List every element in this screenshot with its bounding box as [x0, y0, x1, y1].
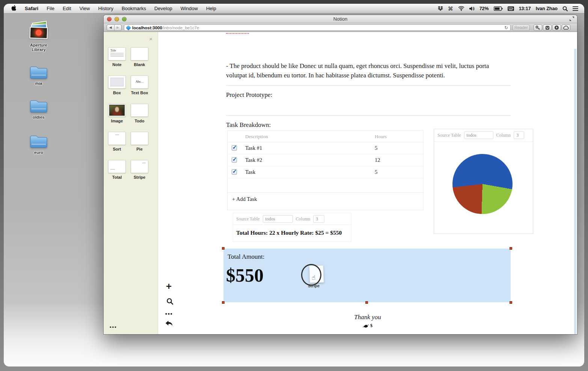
keyboard-shortcut-icon[interactable]: ⌘ [448, 6, 453, 12]
url-path: /intro/node_be1c7e [162, 26, 199, 30]
column-header-description: Description [245, 134, 268, 140]
block-card-box[interactable]: Box [108, 75, 126, 89]
task-table: Description Hours Task #1 5 Task #2 12 T… [227, 130, 424, 210]
source-table-input[interactable]: todos [263, 215, 293, 223]
notification-center-icon[interactable] [573, 6, 578, 11]
sidebar-more-icon[interactable]: ••• [110, 324, 117, 330]
key-extension-icon[interactable] [534, 24, 542, 31]
reader-button[interactable]: Reader [513, 24, 530, 31]
menu-help[interactable]: Help [202, 6, 220, 11]
selection-handle[interactable] [222, 301, 225, 304]
source-table-input[interactable]: todos [464, 131, 493, 139]
mona-lisa-thumbnail [109, 105, 125, 116]
window-title-bar[interactable]: Notion [104, 15, 577, 23]
desktop-icon-label: Aperture Library [26, 43, 52, 52]
icloud-tabs-icon[interactable] [562, 24, 570, 31]
battery-icon[interactable] [494, 6, 503, 11]
total-amount-value: $550 [226, 264, 264, 286]
task-description[interactable]: Task #1 [245, 145, 262, 151]
source-table-label: Source Table [437, 133, 461, 138]
desktop-icon-aperture-library[interactable]: Aperture Library [21, 22, 57, 52]
calc-source-row: Source Table todos Column 3 [233, 213, 351, 225]
battery-percent: 72% [479, 6, 489, 11]
checkbox-checked[interactable] [232, 169, 237, 175]
back-button[interactable]: ◀ [107, 25, 115, 30]
wifi-icon[interactable] [458, 6, 464, 11]
block-card-blank[interactable]: Blank [131, 47, 148, 60]
nav-buttons: ◀ ▶ [107, 24, 122, 31]
block-card-textbox[interactable]: Abc... Text Box [131, 75, 148, 89]
project-prototype-heading[interactable]: Project Prototype: [226, 91, 272, 99]
pie-chart[interactable] [452, 154, 513, 214]
menu-safari[interactable]: Safari [21, 6, 42, 11]
selection-handle[interactable] [365, 301, 368, 304]
block-card-note[interactable]: Title Note [108, 47, 126, 60]
note-card-title: Title [109, 48, 125, 52]
task-hours[interactable]: 5 [375, 169, 377, 175]
memo-paragraph[interactable]: - The product should be like Donec ut nu… [226, 61, 508, 80]
task-breakdown-heading[interactable]: Task Breakdown: [226, 121, 271, 129]
drag-ghost-stripe-block[interactable]: ☝ Stripe [299, 262, 340, 303]
source-table-label: Source Table [236, 216, 260, 222]
menu-develop[interactable]: Develop [150, 6, 176, 11]
menu-view[interactable]: View [75, 6, 94, 11]
folder-icon [30, 134, 48, 149]
column-input[interactable]: 3 [313, 215, 324, 223]
menu-history[interactable]: History [94, 6, 117, 11]
downloads-icon[interactable] [552, 24, 561, 31]
table-row[interactable]: Task #2 12 [228, 154, 423, 166]
column-input[interactable]: 3 [514, 131, 524, 139]
clock[interactable]: 13:17 [519, 6, 531, 11]
block-card-pie[interactable]: Pie [131, 132, 148, 145]
block-card-stripe[interactable]: Stripe [131, 160, 148, 173]
menu-window[interactable]: Window [176, 6, 202, 11]
total-amount-block-selected[interactable]: Total Amount: $550 [223, 249, 511, 302]
total-hours-line: Total Hours: 22 x Hourly Rate: $25 = $55… [233, 225, 351, 236]
total-hours-expression: Total Hours: 22 x Hourly Rate: $25 = [236, 229, 329, 236]
selection-handle[interactable] [510, 301, 512, 304]
spotlight-search-icon[interactable] [562, 6, 568, 11]
menu-edit[interactable]: Edit [59, 6, 75, 11]
volume-icon[interactable] [469, 6, 475, 11]
add-task-button[interactable]: + Add Task [228, 192, 423, 210]
address-bar[interactable]: localhost:3000 /intro/node_be1c7e ↻ [124, 24, 511, 31]
checkbox-checked[interactable] [232, 145, 237, 151]
input-source-icon[interactable] [508, 6, 514, 11]
reload-icon[interactable]: ↻ [504, 25, 508, 30]
menu-bookmarks[interactable]: Bookmarks [118, 6, 150, 11]
block-card-image[interactable]: Image [108, 104, 126, 117]
user-name[interactable]: Ivan Zhao [536, 6, 558, 11]
folder-icon [30, 65, 48, 80]
menu-file[interactable]: File [42, 6, 59, 11]
checkbox-checked[interactable] [232, 157, 237, 163]
block-card-todo[interactable]: Todo [131, 104, 148, 117]
block-label: Sort [113, 147, 121, 151]
apple-menu[interactable] [4, 5, 21, 12]
task-description[interactable]: Task [245, 169, 255, 175]
block-card-total[interactable]: Total [108, 160, 126, 173]
block-card-sort[interactable]: Sort [108, 132, 126, 145]
signature-glyph: $ [226, 323, 509, 330]
desktop-icon-mia[interactable]: mia [21, 65, 57, 86]
block-label: Todo [134, 119, 144, 123]
dropbox-icon[interactable] [438, 6, 443, 11]
table-row[interactable]: Task #1 5 [228, 142, 423, 154]
table-row[interactable]: Task 5 [228, 166, 423, 178]
task-description[interactable]: Task #2 [245, 157, 262, 163]
safari-window: Notion ◀ ▶ localhost:3000 /intro/node_be… [104, 15, 577, 334]
selection-handle[interactable] [510, 247, 512, 250]
desktop-icon-oldies[interactable]: oldies [21, 98, 57, 119]
task-hours[interactable]: 12 [375, 157, 380, 163]
app-extension-icon[interactable] [543, 24, 552, 31]
fullscreen-icon[interactable] [569, 16, 574, 21]
task-hours[interactable]: 5 [375, 145, 377, 151]
undo-icon[interactable] [165, 320, 173, 328]
more-tools-icon[interactable]: ••• [165, 311, 173, 317]
forward-button[interactable]: ▶ [115, 25, 122, 30]
close-icon[interactable]: × [149, 36, 152, 42]
desktop-icon-euro[interactable]: euro [21, 134, 57, 155]
search-tool-icon[interactable] [166, 298, 173, 306]
selection-handle[interactable] [222, 247, 225, 250]
add-block-icon[interactable]: + [166, 281, 172, 292]
pie-chart-panel: Source Table todos Column 3 [434, 129, 533, 234]
